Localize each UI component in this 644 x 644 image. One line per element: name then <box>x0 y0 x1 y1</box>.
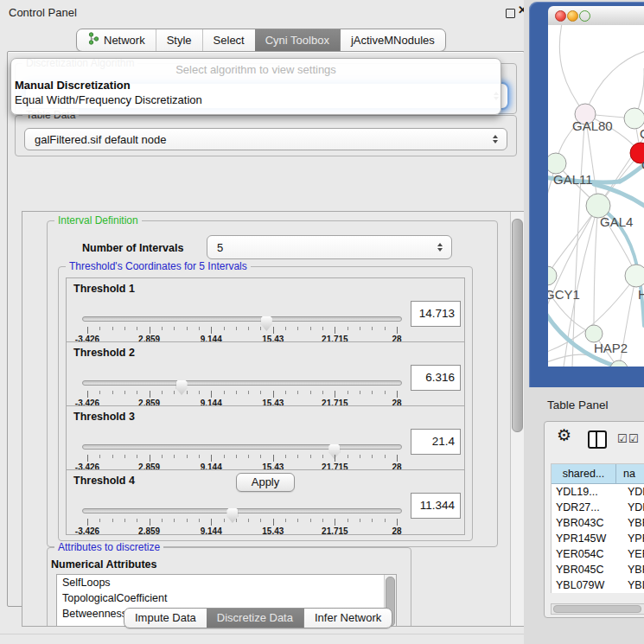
column-header-shared-name[interactable]: shared... <box>552 464 616 483</box>
cell-name[interactable]: YER0 <box>620 546 644 562</box>
cell-shared-name[interactable]: YBR045C <box>552 562 620 577</box>
cell-shared-name[interactable]: YPR145W <box>552 531 620 546</box>
cell-shared-name[interactable]: YER054C <box>552 546 620 562</box>
network-node-label: HAP2 <box>594 341 628 355</box>
network-edge[interactable] <box>594 206 598 334</box>
threshold-slider[interactable]: -3.4262.8599.14415.4321.71528 <box>82 375 402 405</box>
slider-track[interactable] <box>82 508 402 513</box>
algorithm-dropdown-popup: Select algorithm to view settings Manual… <box>10 58 501 115</box>
tab-impute-data[interactable]: Impute Data <box>124 609 207 628</box>
minimize-traffic-light-icon[interactable] <box>567 10 578 22</box>
tab-infer-network[interactable]: Infer Network <box>303 609 392 628</box>
tick-mark <box>397 455 398 462</box>
slider-track[interactable] <box>82 444 402 450</box>
tick-mark <box>397 391 398 398</box>
float-window-icon[interactable] <box>506 9 515 18</box>
close-traffic-light-icon[interactable] <box>555 10 566 22</box>
table-hscrollbar-thumb[interactable] <box>553 605 641 613</box>
table-horizontal-scrollbar[interactable] <box>551 603 644 615</box>
network-window-titlebar[interactable] <box>548 6 644 26</box>
tick-mark <box>297 327 298 330</box>
network-node-hap2[interactable] <box>585 325 603 342</box>
cell-name[interactable]: YPR1 <box>620 531 644 546</box>
attribute-item-selfloops[interactable]: SelfLoops <box>57 575 396 590</box>
tick-mark <box>285 327 286 330</box>
tick-mark <box>385 519 386 522</box>
tab-cyni-toolbox[interactable]: Cyni Toolbox <box>255 29 340 51</box>
tab-label: Discretize Data <box>217 611 293 624</box>
checkbox-icon[interactable]: ☑ <box>628 432 639 445</box>
settings-vertical-scrollbar[interactable] <box>510 212 524 626</box>
tick-mark <box>87 455 88 462</box>
table-row[interactable]: YDR27...YDR2 <box>552 500 644 515</box>
network-node-label: H <box>638 287 644 302</box>
cell-name[interactable]: YBL0 <box>620 577 644 593</box>
network-edge[interactable] <box>548 206 598 276</box>
cell-name[interactable]: YBR0 <box>620 515 644 531</box>
table-row[interactable]: YBR043CYBR0 <box>552 515 644 531</box>
tick-mark <box>248 327 249 330</box>
network-graph: GAL80GACGAL11GAL4GCY1HHAP2 <box>548 25 644 367</box>
threshold-slider[interactable]: -3.4262.8599.14415.4321.71528 <box>82 311 402 341</box>
interval-definition-group-title: Interval Definition <box>54 214 142 226</box>
zoom-traffic-light-icon[interactable] <box>579 10 590 22</box>
threshold-value-field[interactable]: 14.713 <box>411 301 461 327</box>
table-row[interactable]: YER054CYER0 <box>552 546 644 562</box>
attribute-item-topologicalcoefficient[interactable]: TopologicalCoefficient <box>57 590 396 606</box>
tick-mark <box>397 327 398 334</box>
table-row[interactable]: YDL19...YDL1 <box>552 484 644 500</box>
slider-track[interactable] <box>82 380 402 386</box>
tab-style[interactable]: Style <box>156 29 202 51</box>
tick-mark <box>260 519 261 522</box>
tab-select[interactable]: Select <box>202 29 255 51</box>
network-node-node-right-h[interactable] <box>625 265 644 287</box>
gear-icon[interactable]: ⚙ <box>557 425 571 445</box>
node-table[interactable]: shared... na YDL19...YDL1YDR27...YDR2YBR… <box>551 463 644 593</box>
cell-name[interactable]: YDL1 <box>620 484 644 500</box>
cell-name[interactable]: YDR2 <box>620 500 644 515</box>
tick-mark <box>322 327 323 330</box>
column-header-name[interactable]: na <box>616 464 644 483</box>
threshold-value-field[interactable]: 6.316 <box>411 365 461 391</box>
column-split-icon[interactable] <box>588 430 607 449</box>
tick-mark <box>162 519 163 522</box>
cell-shared-name[interactable]: YDR27... <box>552 500 620 515</box>
algorithm-option-equal-width-frequency-discretization[interactable]: Equal Width/Frequency Discretization <box>11 92 501 107</box>
tick-mark <box>187 391 188 394</box>
network-node-gcy1[interactable] <box>548 266 557 285</box>
cell-shared-name[interactable]: YBR043C <box>552 515 620 531</box>
network-highlighted-edge[interactable] <box>620 163 644 182</box>
tick-mark <box>112 455 113 458</box>
tab-jactivemnodules[interactable]: jActiveMNodules <box>340 29 445 51</box>
slider-track[interactable] <box>82 316 402 322</box>
cell-shared-name[interactable]: YDL19... <box>552 484 620 500</box>
table-row[interactable]: YBL079WYBL0 <box>552 577 644 593</box>
apply-button[interactable]: Apply <box>236 473 295 492</box>
threshold-value-field[interactable]: 21.4 <box>411 429 461 455</box>
table-row[interactable]: YPR145WYPR1 <box>552 531 644 546</box>
tick-mark <box>248 519 249 522</box>
bottom-tab-strip: Impute DataDiscretize DataInfer Network <box>124 608 392 628</box>
cell-name[interactable]: YBR0 <box>620 562 644 577</box>
threshold-slider[interactable]: -3.4262.8599.14415.4321.71528 <box>82 503 402 532</box>
network-edge[interactable] <box>559 25 585 114</box>
network-edge[interactable] <box>585 51 644 114</box>
threshold-value-field[interactable]: 11.344 <box>411 493 461 519</box>
number-of-intervals-select[interactable]: 5 <box>207 235 452 259</box>
tick-mark <box>310 327 311 330</box>
threshold-slider[interactable]: -3.4262.8599.14415.4321.71528 <box>82 439 402 469</box>
numerical-attributes-label: Numerical Attributes <box>51 558 156 571</box>
checkbox-icon[interactable]: ☑ <box>617 432 628 445</box>
network-view-window[interactable]: GAL80GACGAL11GAL4GCY1HHAP2 <box>529 2 644 387</box>
settings-scrollbar-thumb[interactable] <box>512 219 523 432</box>
algorithm-placeholder-option[interactable]: Select algorithm to view settings <box>11 61 501 78</box>
tab-network[interactable]: Network <box>77 29 156 51</box>
tab-discretize-data[interactable]: Discretize Data <box>207 609 303 628</box>
network-canvas[interactable]: GAL80GACGAL11GAL4GCY1HHAP2 <box>548 25 644 367</box>
algorithm-option-manual-discretization[interactable]: Manual Discretization <box>11 78 501 92</box>
tick-mark <box>187 327 188 330</box>
cell-shared-name[interactable]: YBL079W <box>552 577 620 593</box>
table-row[interactable]: YBR045CYBR0 <box>552 562 644 577</box>
table-data-select[interactable]: galFiltered.sif default node <box>24 128 507 150</box>
network-node-gal11[interactable] <box>548 153 566 174</box>
